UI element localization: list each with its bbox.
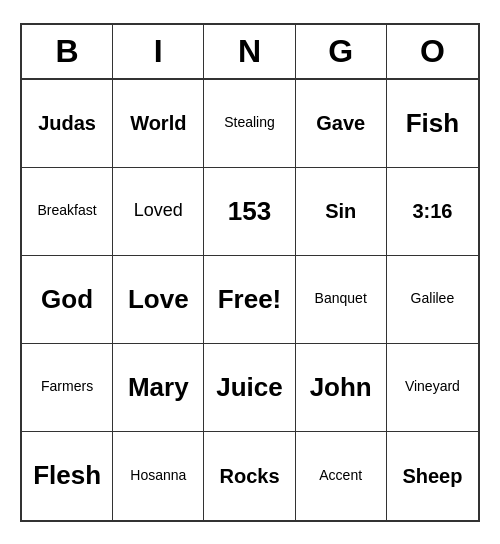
cell-text: Galilee bbox=[411, 291, 455, 306]
bingo-cell: Juice bbox=[204, 344, 295, 432]
bingo-cell: Loved bbox=[113, 168, 204, 256]
bingo-cell: Farmers bbox=[22, 344, 113, 432]
bingo-cell: God bbox=[22, 256, 113, 344]
cell-text: John bbox=[310, 373, 372, 402]
bingo-cell: Breakfast bbox=[22, 168, 113, 256]
header-letter: I bbox=[113, 25, 204, 78]
cell-text: Vineyard bbox=[405, 379, 460, 394]
bingo-cell: Vineyard bbox=[387, 344, 478, 432]
cell-text: Mary bbox=[128, 373, 189, 402]
bingo-cell: Sin bbox=[296, 168, 387, 256]
cell-text: Rocks bbox=[219, 465, 279, 487]
cell-text: Gave bbox=[316, 112, 365, 134]
bingo-cell: 153 bbox=[204, 168, 295, 256]
bingo-grid: JudasWorldStealingGaveFishBreakfastLoved… bbox=[22, 80, 478, 520]
cell-text: 3:16 bbox=[412, 200, 452, 222]
cell-text: Hosanna bbox=[130, 468, 186, 483]
cell-text: Breakfast bbox=[38, 203, 97, 218]
cell-text: Stealing bbox=[224, 115, 275, 130]
bingo-cell: 3:16 bbox=[387, 168, 478, 256]
bingo-cell: Love bbox=[113, 256, 204, 344]
bingo-cell: Hosanna bbox=[113, 432, 204, 520]
bingo-cell: Fish bbox=[387, 80, 478, 168]
header-letter: G bbox=[296, 25, 387, 78]
header-letter: N bbox=[204, 25, 295, 78]
cell-text: Banquet bbox=[315, 291, 367, 306]
cell-text: God bbox=[41, 285, 93, 314]
cell-text: Fish bbox=[406, 109, 459, 138]
bingo-cell: Judas bbox=[22, 80, 113, 168]
bingo-cell: John bbox=[296, 344, 387, 432]
cell-text: World bbox=[130, 112, 186, 134]
cell-text: Sin bbox=[325, 200, 356, 222]
cell-text: Accent bbox=[319, 468, 362, 483]
header-letter: O bbox=[387, 25, 478, 78]
cell-text: Judas bbox=[38, 112, 96, 134]
bingo-card: BINGO JudasWorldStealingGaveFishBreakfas… bbox=[20, 23, 480, 522]
bingo-cell: Stealing bbox=[204, 80, 295, 168]
bingo-cell: Galilee bbox=[387, 256, 478, 344]
cell-text: Love bbox=[128, 285, 189, 314]
bingo-cell: Free! bbox=[204, 256, 295, 344]
cell-text: Sheep bbox=[402, 465, 462, 487]
bingo-cell: Rocks bbox=[204, 432, 295, 520]
bingo-cell: Mary bbox=[113, 344, 204, 432]
cell-text: Juice bbox=[216, 373, 283, 402]
bingo-cell: Flesh bbox=[22, 432, 113, 520]
cell-text: Farmers bbox=[41, 379, 93, 394]
bingo-cell: World bbox=[113, 80, 204, 168]
cell-text: 153 bbox=[228, 197, 271, 226]
cell-text: Free! bbox=[218, 285, 282, 314]
bingo-cell: Sheep bbox=[387, 432, 478, 520]
cell-text: Loved bbox=[134, 201, 183, 221]
header-letter: B bbox=[22, 25, 113, 78]
bingo-cell: Accent bbox=[296, 432, 387, 520]
cell-text: Flesh bbox=[33, 461, 101, 490]
bingo-cell: Banquet bbox=[296, 256, 387, 344]
bingo-header: BINGO bbox=[22, 25, 478, 80]
bingo-cell: Gave bbox=[296, 80, 387, 168]
